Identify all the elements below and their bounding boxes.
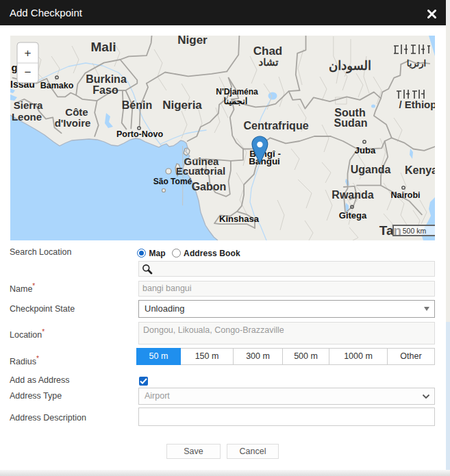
svg-text:Rwanda: Rwanda — [332, 189, 373, 201]
svg-text:Bamako: Bamako — [40, 81, 74, 90]
svg-text:Faso: Faso — [92, 84, 118, 96]
svg-text:Porto-Novo: Porto-Novo — [116, 129, 163, 139]
svg-text:Côte: Côte — [65, 106, 88, 118]
svg-text:Nigeria: Nigeria — [162, 99, 202, 112]
svg-text:Centrafrique: Centrafrique — [243, 120, 308, 131]
svg-text:Kenya: Kenya — [405, 164, 435, 176]
svg-text:Juba: Juba — [355, 145, 376, 155]
svg-text:São Tomé: São Tomé — [153, 177, 192, 186]
svg-text:/ Ethiopi: / Ethiopi — [399, 99, 435, 110]
svg-text:Bangui: Bangui — [249, 156, 280, 166]
svg-text:g: g — [11, 62, 17, 73]
svg-text:500 km: 500 km — [403, 227, 427, 235]
svg-text:Uganda: Uganda — [351, 164, 391, 175]
svg-text:Ecuatorial: Ecuatorial — [176, 165, 226, 177]
svg-text:Gitega: Gitega — [339, 210, 367, 221]
svg-text:Sudan: Sudan — [334, 117, 368, 129]
svg-text:Chad: Chad — [253, 45, 283, 58]
svg-text:Leone: Leone — [12, 111, 42, 123]
svg-text:Burkina: Burkina — [86, 73, 127, 85]
svg-text:Nairobi: Nairobi — [390, 190, 420, 200]
svg-text:السودان: السودان — [329, 59, 371, 73]
svg-text:Kinshasa: Kinshasa — [219, 214, 260, 224]
svg-text:Sierra: Sierra — [14, 99, 43, 111]
svg-text:ارتريا: ارتريا — [407, 58, 426, 69]
svg-text:+: + — [25, 47, 32, 60]
svg-text:تشاد: تشاد — [259, 56, 279, 68]
svg-text:Gabon: Gabon — [192, 181, 227, 192]
svg-text:Bénin: Bénin — [122, 99, 152, 111]
svg-text:−: − — [25, 66, 32, 79]
svg-text:Niger: Niger — [177, 36, 208, 47]
svg-text:d'Ivoire: d'Ivoire — [55, 117, 91, 129]
svg-text:Mali: Mali — [91, 40, 116, 54]
svg-text:انجمينا: انجمينا — [224, 96, 248, 106]
